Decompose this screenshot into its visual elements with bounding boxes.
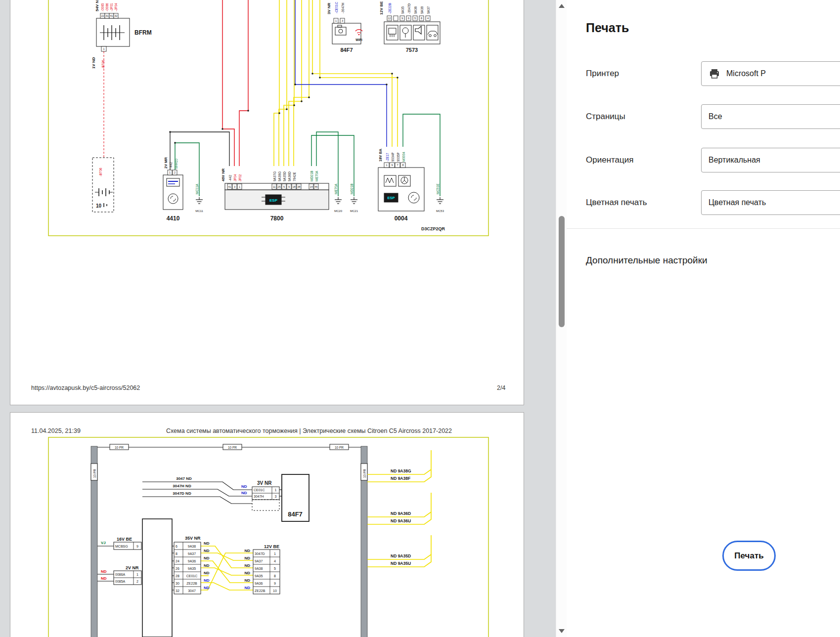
pin-number: 14 <box>309 185 312 188</box>
printer-icon <box>708 68 720 80</box>
printer-value: Microsoft P <box>726 69 766 78</box>
page1-footer-pagenum: 2/4 <box>497 384 505 391</box>
junction-dot <box>293 104 295 106</box>
diagram-label: ESP <box>269 198 278 203</box>
wiring-diagram-page-2: 11.04.2025, 21:39Схема системы автоматич… <box>10 413 524 637</box>
diagram-label: M4410 <box>175 159 178 169</box>
diagram-label: -BT06 <box>101 60 105 69</box>
diagram-path <box>173 199 176 201</box>
horn-icon <box>415 26 421 34</box>
pin-number: 1 <box>169 171 171 174</box>
diagram-label: ND <box>244 556 250 560</box>
diagram-label: -0085 <box>101 3 104 11</box>
diagram-label: ME70A <box>315 170 318 181</box>
table-cell: 24 <box>176 559 179 563</box>
page1-footer-url: https://avtozapusk.by/c5-aircross/52062 <box>31 384 140 391</box>
diagram-label: ND 9A36D <box>391 511 411 516</box>
diagram-label: JF04 <box>233 174 237 181</box>
color-mode-select[interactable]: Цветная печать <box>701 190 840 215</box>
junction-dot <box>311 73 313 75</box>
diagram-path <box>414 198 416 200</box>
pin-number: 3 <box>234 185 235 188</box>
junction-box <box>142 519 172 637</box>
print-settings-panel: Печать Принтер Microsoft P Страницы Все … <box>567 0 840 637</box>
diagram-rect <box>384 175 396 186</box>
diagram-label: ND <box>101 569 107 574</box>
pin-number: 12 <box>388 17 391 20</box>
scrollbar-down-arrow[interactable] <box>559 629 565 633</box>
diagram-wire <box>170 132 229 170</box>
pin-number: 4 <box>427 17 429 20</box>
lamp-icon <box>402 28 408 34</box>
diagram-rect <box>400 25 411 40</box>
pin-number: 8 <box>402 164 403 167</box>
diagram-label: ND 9A35D <box>391 553 411 558</box>
diagram-label: 9035P <box>397 152 400 162</box>
diagram-path <box>171 196 173 199</box>
print-button[interactable]: Печать <box>722 541 776 571</box>
table-cell: 1 <box>136 573 138 576</box>
scrollbar-up-arrow[interactable] <box>559 4 565 8</box>
diagram-wire <box>312 0 392 147</box>
diagram-wire <box>279 0 287 166</box>
table-cell: 3047D <box>255 552 265 555</box>
diagram-label: -JF04 <box>114 3 118 11</box>
table-cell: 28 <box>176 574 179 578</box>
page2-header-date: 11.04.2025, 21:39 <box>31 427 81 434</box>
junction-dot <box>301 100 303 102</box>
diagram-label: 0004 <box>395 215 408 222</box>
scrollbar-thumb[interactable] <box>559 216 565 327</box>
pin-number: 32 <box>114 14 117 17</box>
table-cell: 32 <box>176 589 179 593</box>
pin-number: 25 <box>277 185 280 188</box>
pin-number: 31 <box>105 14 108 17</box>
diagram-label: ND <box>204 578 210 583</box>
chip-icon <box>389 28 396 34</box>
pin-number: 1 <box>239 185 240 188</box>
preview-scrollbar[interactable] <box>556 0 567 637</box>
junction-dot <box>308 96 310 98</box>
table-cell: 6 <box>176 545 177 548</box>
junction-dot <box>174 142 176 144</box>
table-cell: 9A37 <box>188 552 196 555</box>
diagram-label: -BT06 <box>99 168 102 176</box>
diagram-rect <box>167 178 179 186</box>
diagram-label: 9A35D <box>283 171 286 181</box>
diagram-label: 3047 ND <box>176 476 192 481</box>
pin-number: 46 <box>314 185 317 188</box>
orientation-label: Ориентация <box>586 155 634 165</box>
diagram-label: 9A38 <box>420 6 424 14</box>
table-cell: 0085A <box>115 580 126 583</box>
more-settings-link[interactable]: Дополнительные настройки <box>586 255 707 266</box>
orientation-select[interactable]: Вертикальная <box>701 148 840 172</box>
diagram-label: ND <box>204 571 210 575</box>
pin-number: 8 <box>421 17 422 20</box>
diagram-label: 84F7 <box>340 47 353 53</box>
diagram-label: -CE01C <box>335 2 338 13</box>
diagram-label: 9A38G <box>278 171 281 181</box>
diagram-label: ESP <box>387 196 395 200</box>
pages-select[interactable]: Все <box>701 104 840 129</box>
table-cell: ZE22B <box>186 582 197 585</box>
diagram-code: D3CZP2QR <box>421 226 445 231</box>
diagram-label: 12V BE <box>379 1 384 15</box>
diagram-rect <box>252 500 279 510</box>
diagram-label: JF02 <box>238 174 242 181</box>
diagram-label: ND <box>244 571 250 575</box>
car-wheel <box>434 35 437 37</box>
diagram-label: 9A37G <box>273 171 276 181</box>
table-cell: MCBSG <box>115 545 128 548</box>
diagram-wire <box>386 178 394 183</box>
diagram-label: -ZE22B <box>388 3 392 14</box>
table-cell: 8 <box>176 552 177 555</box>
diagram-label: 10 PR <box>93 469 96 478</box>
diagram-label: ND <box>241 491 247 495</box>
diagram-label: 3047D ND <box>173 491 191 496</box>
diagram-label: 3047H ND <box>173 484 191 488</box>
diagram-label: MC21 <box>350 210 358 212</box>
printer-select[interactable]: Microsoft P <box>701 61 840 86</box>
diagram-label: 4410 <box>167 215 180 222</box>
diagram-label: 12V BE <box>264 544 279 549</box>
diagram-wire <box>142 497 252 504</box>
diagram-label: ND <box>244 578 250 583</box>
